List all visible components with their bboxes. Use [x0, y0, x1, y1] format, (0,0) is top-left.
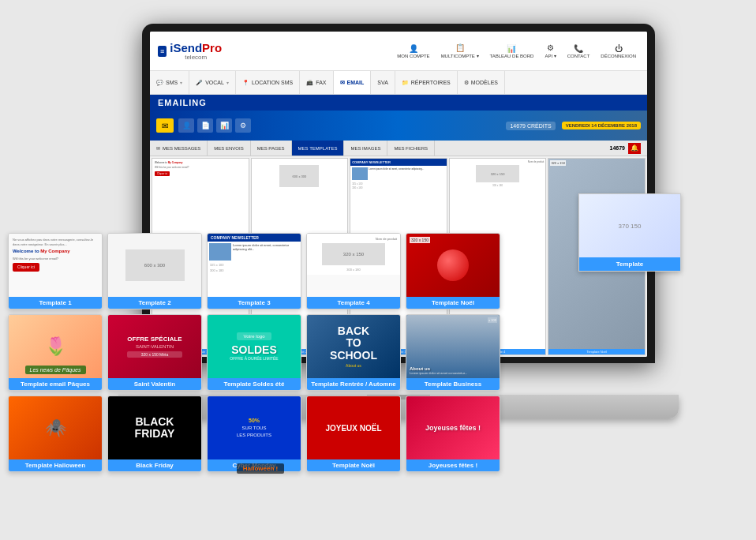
- subnav-mes-messages[interactable]: ✉ MES MESSAGES: [150, 141, 208, 156]
- nav-tableau-label: TABLEAU DE BORD: [490, 54, 534, 58]
- app-logo: ≡ iSendPro telecom: [158, 41, 222, 61]
- templates-row-2: 🌷 Les news de Pâques Template email Pâqu…: [8, 314, 513, 391]
- nav-mon-compte[interactable]: 👤 MON COMPTE: [394, 43, 432, 60]
- template-thumb-soldes: Votre logo SOLDES OFFRE À DURÉE LIMITÉE: [208, 315, 301, 378]
- templates-overlay: Ne vous affichez pas dans votre messager…: [0, 233, 521, 477]
- template-thumb-halloween: Halloween ! 🕷️: [9, 396, 102, 459]
- template-card-4[interactable]: Nom de produit 320 x 150 300 x 180 Templ…: [306, 233, 401, 309]
- messages-icon: ✉: [156, 145, 160, 151]
- template-thumb-business: About us Lorem ipsum dolor sit amet cons…: [406, 315, 500, 378]
- nav-repertoires[interactable]: 📁 RÉPERTOIRES: [395, 71, 458, 94]
- nav-multicompte[interactable]: 📋 MULTICOMPTE ▾: [438, 42, 482, 60]
- nav-email[interactable]: ✉ EMAIL: [334, 71, 372, 94]
- nav-vocal[interactable]: 🎤 VOCAL ▾: [189, 71, 236, 94]
- banner-icon-2: 📄: [197, 118, 213, 133]
- fax-label: FAX: [316, 80, 326, 85]
- nav-sms[interactable]: 💬 SMS ▾: [150, 71, 189, 94]
- template-thumb-valentin: OFFRE SPÉCIALE SAINT-VALENTIN 320 x 150 …: [108, 315, 201, 378]
- nav-deconnexion[interactable]: ⏻ DÉCONNEXION: [597, 43, 639, 60]
- mini-label-noel: Template Noël: [548, 349, 645, 354]
- template-thumb-noel: 320 x 150: [406, 234, 500, 297]
- template-card-halloween[interactable]: Halloween ! 🕷️ Template Halloween: [8, 396, 103, 472]
- template-370-card[interactable]: 370 150 Template: [578, 193, 681, 272]
- banner-email-icon: ✉: [156, 118, 174, 133]
- templates-label: MES TEMPLATES: [298, 146, 338, 151]
- sub-navigation: ✉ MES MESSAGES MES ENVOIS MES PAGES MES …: [150, 141, 647, 156]
- banner-icons: 👤 📄 📊 ⚙: [178, 118, 251, 133]
- logo-pro: Pro: [202, 41, 222, 54]
- template-thumb-paques: 🌷 Les news de Pâques: [9, 315, 102, 378]
- template-thumb-jfetes: Joyeuses fêtes !: [406, 396, 500, 459]
- credits-display: 14679 🔔: [435, 141, 647, 156]
- email-label: EMAIL: [347, 80, 365, 85]
- template-thumb-rentree: BACKTOSCHOOL About us: [307, 315, 400, 378]
- vocal-label: VOCAL: [205, 80, 224, 85]
- template-label-paques: Template email Pâques: [9, 378, 102, 390]
- nav-api-label: API ▾: [545, 53, 556, 58]
- template-card-rentree[interactable]: BACKTOSCHOOL About us Template Rentrée /…: [306, 314, 401, 391]
- nav-tableau-de-bord[interactable]: 📊 TABLEAU DE BORD: [487, 43, 537, 60]
- nav-location-sms[interactable]: 📍 LOCATION SMS: [236, 71, 300, 94]
- credit-badge: 14679 CRÉDITS: [506, 122, 555, 130]
- modeles-icon: ⚙: [464, 80, 469, 86]
- credits-label: CRÉDITS: [527, 123, 552, 129]
- nav-sva[interactable]: SVA: [371, 71, 395, 94]
- logo-isend: iSend: [170, 41, 202, 54]
- nav-contact[interactable]: 📞 CONTACT: [564, 43, 593, 60]
- template-label-rentree: Template Rentrée / Automne: [307, 378, 400, 390]
- template-label-valentin: Saint Valentin: [108, 378, 201, 390]
- subnav-mes-fichiers[interactable]: MES FICHIERS: [387, 141, 435, 156]
- template-thumb-1: Ne vous affichez pas dans votre messager…: [9, 234, 102, 297]
- template-card-3[interactable]: COMPANY NEWSLETTER Lorem ipsum dolor sit…: [207, 233, 301, 309]
- nav-modeles[interactable]: ⚙ MODÈLES: [458, 71, 505, 94]
- pages-label: MES PAGES: [257, 146, 285, 151]
- template-thumb-3: COMPANY NEWSLETTER Lorem ipsum dolor sit…: [208, 234, 301, 297]
- template-card-2[interactable]: 600 x 300 Template 2: [107, 233, 202, 309]
- fax-icon: 📠: [306, 80, 313, 86]
- account-icon: 👤: [409, 44, 418, 53]
- template-thumb-4: Nom de produit 320 x 150 300 x 180: [307, 234, 400, 297]
- banner-right: 14679 CRÉDITS VENDREDI 14 DÉCEMBRE 2018: [506, 122, 641, 130]
- multicompte-icon: 📋: [455, 43, 465, 52]
- messages-label: MES MESSAGES: [163, 146, 200, 151]
- nav-api[interactable]: ⚙ API ▾: [541, 42, 559, 60]
- app-header: ≡ iSendPro telecom 👤 MON COMPTE: [150, 32, 647, 71]
- template-label-3: Template 3: [208, 297, 301, 309]
- nav-logout-label: DÉCONNEXION: [601, 54, 636, 58]
- template-label-2: Template 2: [108, 297, 201, 309]
- template-card-business[interactable]: About us Lorem ipsum dolor sit amet cons…: [406, 314, 500, 391]
- nav-fax[interactable]: 📠 FAX: [300, 71, 333, 94]
- template-card-paques[interactable]: 🌷 Les news de Pâques Template email Pâqu…: [8, 314, 103, 391]
- template-thumb-blackfriday: BLACKFRIDAY: [108, 396, 201, 459]
- contact-icon: 📞: [574, 44, 583, 53]
- subnav-mes-envois[interactable]: MES ENVOIS: [208, 141, 250, 156]
- logo-icon: ≡: [158, 46, 167, 57]
- main-navigation: 💬 SMS ▾ 🎤 VOCAL ▾ 📍 LOCATION SMS: [150, 71, 647, 95]
- repertoires-icon: 📁: [402, 80, 409, 86]
- email-icon: ✉: [340, 80, 345, 86]
- templates-row-3: Halloween ! 🕷️ Template Halloween BLACKF…: [8, 396, 513, 472]
- banner-icon-3: 📊: [216, 118, 232, 133]
- banner-left: ✉ 👤 📄 📊 ⚙: [156, 118, 251, 133]
- location-icon: 📍: [242, 80, 249, 86]
- sms-label: SMS: [166, 80, 178, 85]
- images-label: MES IMAGES: [350, 146, 380, 151]
- subnav-mes-templates[interactable]: MES TEMPLATES: [292, 141, 345, 156]
- subnav-mes-pages[interactable]: MES PAGES: [251, 141, 292, 156]
- template-card-valentin[interactable]: OFFRE SPÉCIALE SAINT-VALENTIN 320 x 150 …: [107, 314, 202, 391]
- emailing-banner: ✉ 👤 📄 📊 ⚙ 14679 CRÉDITS: [150, 111, 647, 141]
- template-label-1: Template 1: [9, 297, 102, 309]
- template-thumb-noel2: JOYEUX NOËL: [307, 396, 400, 459]
- subnav-mes-images[interactable]: MES IMAGES: [344, 141, 387, 156]
- template-card-1[interactable]: Ne vous affichez pas dans votre messager…: [8, 233, 103, 309]
- top-navigation: 👤 MON COMPTE 📋 MULTICOMPTE ▾ 📊 TABLEAU D…: [394, 42, 639, 60]
- template-thumb-2: 600 x 300: [108, 234, 201, 297]
- credits-number: 14679: [510, 123, 525, 129]
- logo-telecom: telecom: [170, 54, 222, 61]
- template-card-noel[interactable]: 320 x 150 Template Noël: [406, 233, 500, 309]
- nav-contact-label: CONTACT: [567, 54, 590, 58]
- nav-multicompte-label: MULTICOMPTE ▾: [441, 53, 479, 58]
- template-label-noel: Template Noël: [406, 297, 500, 309]
- template-card-soldes[interactable]: Votre logo SOLDES OFFRE À DURÉE LIMITÉE …: [207, 314, 301, 391]
- template-370-thumb: 370 150: [579, 194, 680, 257]
